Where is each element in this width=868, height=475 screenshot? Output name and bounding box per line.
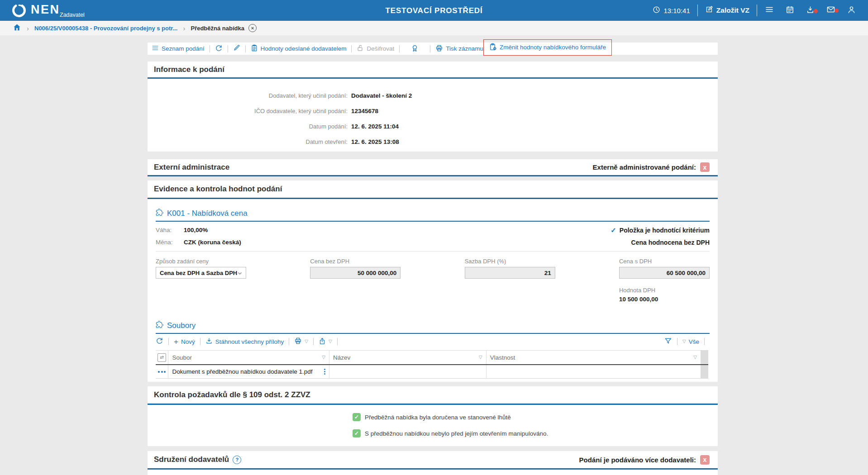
column-filter-icon[interactable]: ▽: [479, 355, 482, 360]
cena-s-dph-input[interactable]: 60 500 000,00: [619, 267, 710, 279]
current-time: 13:10:41: [663, 7, 690, 14]
column-filter-icon[interactable]: ▽: [693, 355, 697, 360]
nen-application: NEN Zadavatel TESTOVACÍ PROSTŘEDÍ 13:10:…: [0, 0, 868, 475]
seznam-podani-button[interactable]: Seznam podání: [152, 44, 205, 53]
divider: [704, 338, 705, 345]
chevron-down-icon: [238, 270, 242, 276]
check-ok-icon: ✓: [353, 413, 361, 421]
info-field-row: Datum otevření: 12. 6. 2025 13:08: [154, 134, 718, 149]
zmenit-hodnoty-button[interactable]: Změnit hodnoty nabídkového formuláře: [483, 39, 612, 56]
field-label: Způsob zadání ceny: [156, 258, 246, 265]
column-header-vlastnost[interactable]: Vlastnost ▽: [486, 351, 701, 364]
column-header-nazev[interactable]: Název ▽: [329, 351, 486, 364]
user-icon: [847, 5, 856, 16]
k001-subsection: K001 - Nabídková cena Váha: 100,00% ✓ Po…: [156, 209, 710, 303]
field-label: Datum podání:: [154, 123, 348, 130]
info-field-row: IČO dodavatele, který učinil podání: 123…: [154, 103, 718, 119]
refresh-icon: [156, 337, 163, 346]
field-label: Hodnota DPH: [619, 287, 710, 294]
dropdown-triangle-icon: ▽: [682, 339, 686, 344]
field-label: Měna:: [156, 239, 184, 246]
field-value: 12. 6. 2025 13:08: [351, 138, 399, 145]
hodnota-dph-value: 10 500 000,00: [619, 296, 710, 303]
certificate-button[interactable]: [411, 44, 419, 53]
desifrovat-button[interactable]: Dešifrovat: [357, 44, 394, 53]
file-row[interactable]: Dokument s předběžnou nabídkou dodavatel…: [156, 365, 708, 379]
hodnoty-odeslane-button[interactable]: Hodnoty odeslané dodavatelem: [251, 44, 347, 53]
novy-button[interactable]: + Nový: [174, 338, 195, 346]
stahnout-prilohy-button[interactable]: Stáhnout všechny přílohy: [205, 337, 284, 346]
nen-logo[interactable]: NEN Zadavatel: [11, 2, 60, 20]
chevron-right-icon: ›: [27, 24, 29, 32]
edit-square-icon: [705, 5, 713, 15]
divider: [313, 338, 314, 345]
divider: [757, 5, 757, 16]
row-menu-icon[interactable]: [324, 369, 325, 375]
section-title: Kontrola požadavků dle § 109 odst. 2 ZZV…: [154, 390, 310, 399]
divider: [399, 45, 400, 52]
help-icon[interactable]: ?: [233, 456, 241, 464]
create-vz-button[interactable]: Založit VZ: [700, 5, 755, 15]
tisk-zaznamu-button[interactable]: Tisk záznamu: [435, 44, 483, 53]
divider: [337, 338, 338, 345]
section-underline: [148, 404, 718, 405]
column-filter-icon[interactable]: ▽: [322, 355, 325, 360]
section-underline: [148, 175, 718, 176]
breadcrumb-contract-link[interactable]: N006/25/V00005438 - Provozování prodejny…: [34, 25, 177, 32]
action-toolbar: Seznam podání Hodnoty odeslané dodavatel…: [148, 43, 718, 55]
column-header-soubor[interactable]: Soubor ▽: [168, 351, 329, 364]
field-label: Sazba DPH (%): [465, 258, 555, 265]
divider: [245, 45, 246, 52]
info-field-row: Dodavatel, který učinil podání: Dodavate…: [154, 88, 718, 103]
messages-button[interactable]: [820, 5, 841, 16]
divider: [289, 338, 289, 345]
funnel-icon: [664, 337, 672, 346]
unlock-icon: [357, 44, 364, 53]
flag-no-icon: x: [700, 455, 710, 465]
export-menu-button[interactable]: ▽: [319, 337, 332, 346]
file-name[interactable]: Dokument s předběžnou nabídkou dodavatel…: [172, 368, 312, 375]
refresh-button[interactable]: [156, 337, 163, 346]
subsection-title: K001 - Nabídková cena: [167, 209, 248, 218]
print-menu-button[interactable]: ▽: [294, 337, 308, 346]
file-vlastnost-cell: [486, 365, 701, 378]
edit-button[interactable]: [233, 44, 240, 53]
top-bar: NEN Zadavatel TESTOVACÍ PROSTŘEDÍ 13:10:…: [0, 0, 868, 21]
mena-row: Měna: CZK (koruna česká) Cena hodnocena …: [156, 236, 710, 248]
user-profile-button[interactable]: [841, 5, 862, 16]
field-value: 12345678: [351, 108, 378, 114]
filter-button[interactable]: [664, 337, 672, 346]
main-menu-button[interactable]: [759, 5, 780, 16]
notification-dot: [814, 9, 818, 13]
kriterium-note: ✓ Položka je hodnotící kritérium: [610, 226, 710, 234]
plus-icon: +: [174, 338, 178, 346]
cena-bez-dph-input[interactable]: 50 000 000,00: [310, 267, 401, 279]
mail-icon: [826, 5, 835, 16]
sazba-dph-input[interactable]: 21: [465, 267, 555, 279]
row-actions-icon[interactable]: [158, 371, 166, 373]
refresh-button[interactable]: [215, 44, 223, 53]
files-table-header: ⇄ Soubor ▽ Název ▽ Vlastnost ▽: [156, 351, 708, 365]
column-chooser-icon[interactable]: ⇄: [157, 353, 166, 362]
dropdown-triangle-icon: ▽: [305, 339, 308, 344]
logo-title: NEN: [31, 4, 60, 16]
file-nazev-cell: [329, 365, 486, 378]
breadcrumb: › N006/25/V00005438 - Provozování prodej…: [0, 21, 868, 35]
nen-logo-icon: [11, 2, 27, 20]
clock-display: 13:10:41: [647, 6, 695, 15]
zpusob-zadani-ceny-select[interactable]: Cena bez DPH a Sazba DPH: [156, 267, 246, 279]
divider: [210, 45, 210, 52]
vse-filter-button[interactable]: ▽ Vše: [682, 338, 699, 345]
clock-icon: [653, 6, 660, 15]
control-section: Kontrola požadavků dle § 109 odst. 2 ZZV…: [148, 386, 718, 446]
close-tab-icon[interactable]: ×: [248, 24, 257, 32]
breadcrumb-current-tab[interactable]: Předběžná nabídka: [191, 25, 244, 32]
home-icon[interactable]: [13, 23, 21, 33]
downloads-button[interactable]: [800, 5, 820, 16]
calendar-button[interactable]: [780, 5, 800, 16]
flag-label: Podání je podáváno více dodavateli:: [579, 456, 696, 464]
section-title: Sdružení dodavatelů: [154, 455, 229, 464]
field-value: 12. 6. 2025 11:04: [351, 123, 399, 130]
check-icon: ✓: [610, 226, 616, 234]
section-underline: [148, 468, 718, 470]
